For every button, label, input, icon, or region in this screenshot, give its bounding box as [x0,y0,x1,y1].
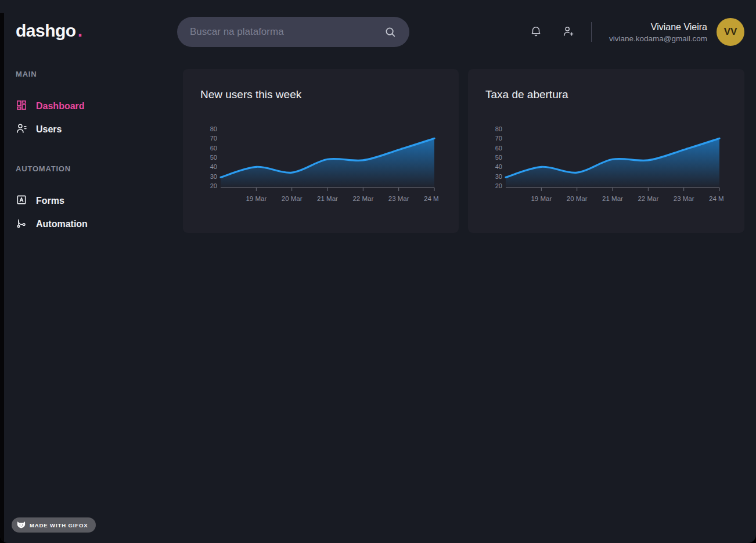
sidebar-item-label: Automation [36,219,88,229]
area-chart-taxa-abertura: 8070605040302019 Mar20 Mar21 Mar22 Mar23… [481,119,723,210]
svg-text:24 Mar: 24 Mar [424,195,438,202]
bell-icon [530,25,542,39]
section-title-automation: AUTOMATION [16,165,155,173]
gifox-watermark: MADE WITH GIFOX [12,517,96,533]
svg-text:80: 80 [210,125,217,132]
svg-text:21 Mar: 21 Mar [602,195,623,202]
logo: dashgo. [16,21,82,41]
sidebar-item-label: Forms [36,196,64,206]
area-chart-new-users: 8070605040302019 Mar20 Mar21 Mar22 Mar23… [196,119,438,210]
svg-text:22 Mar: 22 Mar [638,195,658,202]
section-title-main: MAIN [16,70,155,78]
sidebar-section-automation: AUTOMATION Forms [16,165,155,231]
user-plus-icon [562,25,575,39]
card-title: Taxa de abertura [485,88,568,101]
window-edge-strip [0,13,4,543]
user-contacts-icon [16,123,27,136]
card-title: New users this week [200,88,301,101]
svg-text:60: 60 [495,145,502,152]
profile-name: Viviane Vieira [609,21,707,33]
sidebar-item-forms[interactable]: Forms [16,194,155,208]
svg-text:23 Mar: 23 Mar [674,195,694,202]
fox-icon [17,521,26,530]
sidebar-item-label: Users [36,124,62,135]
svg-text:20: 20 [210,182,217,189]
header-divider [591,22,592,42]
sidebar-item-label: Dashboard [36,101,85,112]
svg-text:20 Mar: 20 Mar [567,195,588,202]
svg-text:40: 40 [495,163,502,170]
svg-text:20 Mar: 20 Mar [282,195,303,202]
svg-text:50: 50 [210,154,217,161]
logo-text: dashgo [16,21,76,40]
svg-text:70: 70 [210,135,217,142]
search-icon[interactable] [384,26,397,38]
svg-text:19 Mar: 19 Mar [531,195,552,202]
svg-text:20: 20 [495,182,502,189]
avatar[interactable]: VV [717,18,744,46]
logo-dot: . [78,21,82,40]
svg-text:22 Mar: 22 Mar [352,195,373,202]
svg-text:80: 80 [495,125,502,132]
svg-text:50: 50 [495,154,502,161]
svg-text:23 Mar: 23 Mar [388,195,409,202]
header-actions: Viviane Vieira viviane.kodama@gmail.com … [530,18,744,46]
svg-text:19 Mar: 19 Mar [246,195,267,202]
svg-text:70: 70 [495,135,502,142]
app-window: dashgo. [0,0,756,543]
search-bar[interactable] [177,17,409,47]
profile-info: Viviane Vieira viviane.kodama@gmail.com [609,21,707,43]
sidebar-section-main: MAIN Dashboard [16,70,155,136]
svg-text:40: 40 [210,163,217,170]
svg-text:30: 30 [495,173,502,180]
profile-email: viviane.kodama@gmail.com [609,34,707,43]
sidebar: MAIN Dashboard [16,70,155,231]
sidebar-item-users[interactable]: Users [16,123,155,136]
card-taxa-abertura: Taxa de abertura 8070605040302019 Mar20 … [468,69,744,233]
git-merge-icon [16,217,27,231]
svg-text:30: 30 [210,173,217,180]
gifox-label: MADE WITH GIFOX [30,522,88,528]
input-method-icon [16,194,27,208]
sidebar-item-dashboard[interactable]: Dashboard [16,99,155,113]
search-input[interactable] [190,26,384,38]
card-new-users: New users this week 8070605040302019 Mar… [183,69,459,233]
notifications-button[interactable] [530,25,542,39]
svg-text:24 Mar: 24 Mar [709,195,723,202]
svg-text:60: 60 [210,145,217,152]
add-user-button[interactable] [562,25,575,39]
svg-text:21 Mar: 21 Mar [317,195,338,202]
sidebar-item-automation[interactable]: Automation [16,217,155,231]
dashboard-grid-icon [16,99,27,113]
